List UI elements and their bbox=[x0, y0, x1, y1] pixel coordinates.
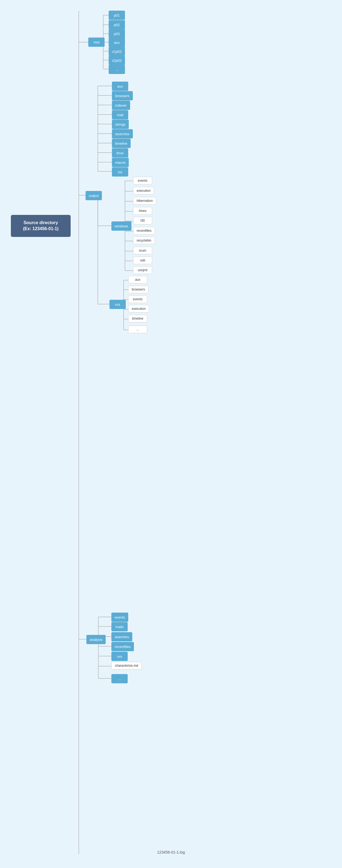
node-execution-win[interactable]: execution bbox=[133, 187, 154, 194]
node-recentfiles-win[interactable]: recentfiles bbox=[133, 227, 155, 235]
node-p02[interactable]: p02 bbox=[109, 20, 125, 29]
node-recyclebin[interactable]: recyclebin bbox=[133, 237, 155, 244]
diagram-lines bbox=[0, 0, 342, 868]
node-searches-output[interactable]: searches bbox=[112, 129, 133, 138]
node-execution-vss[interactable]: execution bbox=[128, 305, 149, 313]
node-l30[interactable]: l30 bbox=[133, 217, 152, 224]
node-linux[interactable]: linux bbox=[112, 148, 128, 157]
node-aux-vss[interactable]: aux bbox=[128, 276, 147, 283]
node-mnt[interactable]: mnt bbox=[88, 37, 105, 47]
node-indexer[interactable]: indexer bbox=[112, 101, 130, 110]
node-windows[interactable]: windows bbox=[111, 221, 132, 231]
node-vss[interactable]: vss bbox=[109, 300, 126, 309]
node-vss-analysis[interactable]: vss bbox=[111, 652, 128, 661]
node-v2p02[interactable]: v2p02 bbox=[109, 56, 125, 65]
node-vss-ellipsis[interactable]: ... bbox=[128, 326, 147, 333]
node-analysis-ellipsis[interactable]: ... bbox=[111, 674, 128, 683]
node-browsers-output[interactable]: browsers bbox=[112, 91, 133, 100]
node-usnjrnl[interactable]: usnjrnl bbox=[133, 266, 152, 274]
node-strings[interactable]: strings bbox=[112, 120, 129, 129]
node-events-win[interactable]: events bbox=[133, 177, 152, 184]
node-characterize-md[interactable]: characterize.md bbox=[111, 662, 141, 670]
node-browsers-vss[interactable]: browsers bbox=[128, 286, 148, 293]
node-usb[interactable]: usb bbox=[133, 256, 152, 264]
node-p01[interactable]: p01 bbox=[109, 10, 125, 20]
node-hibernation[interactable]: hibernation bbox=[133, 197, 156, 205]
node-hives[interactable]: hives bbox=[133, 207, 152, 215]
node-aux-mnt[interactable]: aux bbox=[109, 38, 125, 47]
node-v1p02[interactable]: v1p02 bbox=[109, 47, 125, 56]
diagram-container: Source directory (Ex: 123456-01-1) mnt p… bbox=[0, 0, 342, 868]
node-recentfiles-analysis[interactable]: recentfiles bbox=[111, 642, 134, 651]
node-timeline-vss[interactable]: timeline bbox=[128, 315, 147, 322]
source-box-line1: Source directory bbox=[23, 220, 58, 225]
node-timeline-output[interactable]: timeline bbox=[112, 139, 131, 148]
node-ios[interactable]: ios bbox=[112, 167, 128, 177]
node-output[interactable]: output bbox=[86, 191, 102, 200]
node-macos[interactable]: macos bbox=[112, 158, 129, 167]
node-analysis[interactable]: analysis bbox=[87, 635, 106, 644]
node-mail[interactable]: mail bbox=[112, 110, 128, 119]
node-aux-output[interactable]: aux bbox=[112, 82, 128, 91]
node-searches-analysis[interactable]: searches bbox=[111, 632, 132, 642]
log-label: 123456-01-1.log bbox=[157, 850, 185, 855]
node-events-vss[interactable]: events bbox=[128, 296, 147, 303]
node-srum[interactable]: srum bbox=[133, 247, 152, 254]
node-mails[interactable]: mails bbox=[111, 622, 128, 631]
source-box: Source directory (Ex: 123456-01-1) bbox=[11, 215, 71, 237]
node-mnt-ellipsis[interactable]: ... bbox=[109, 65, 125, 74]
node-p03[interactable]: p03 bbox=[109, 29, 125, 38]
source-box-line2: (Ex: 123456-01-1) bbox=[23, 226, 59, 231]
node-events-analysis[interactable]: events bbox=[111, 613, 128, 622]
